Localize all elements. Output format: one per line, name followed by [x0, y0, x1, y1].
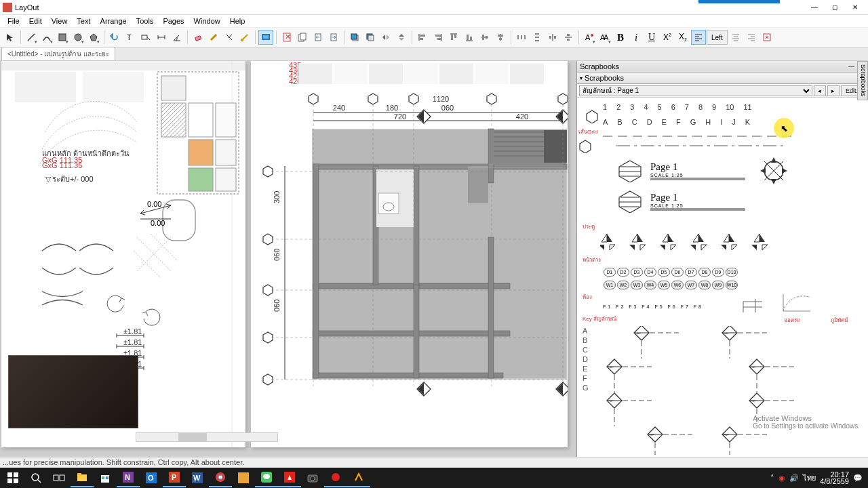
tray-volume-icon[interactable]: 🔊: [789, 474, 799, 483]
explorer-icon[interactable]: [71, 468, 94, 487]
select-tool[interactable]: [3, 30, 18, 45]
svg-marker-2: [90, 34, 97, 41]
dimension-tool[interactable]: [154, 30, 169, 45]
menu-view[interactable]: View: [47, 16, 73, 26]
sketchup-icon[interactable]: [278, 468, 301, 487]
polygon-tool[interactable]: [86, 30, 101, 45]
menu-edit[interactable]: Edit: [24, 16, 47, 26]
panel-header[interactable]: Scrapbooks —✕: [577, 61, 868, 73]
tray-up-icon[interactable]: ˄: [770, 474, 774, 483]
align-right-button[interactable]: [431, 30, 446, 45]
undo-button[interactable]: [107, 30, 122, 45]
nav-prev-button[interactable]: ◂: [814, 85, 826, 96]
toolbar-close-button[interactable]: [760, 30, 774, 45]
svg-marker-86: [309, 94, 318, 104]
store-icon[interactable]: [94, 468, 117, 487]
menu-arrange[interactable]: Arrange: [96, 16, 132, 26]
italic-button[interactable]: i: [629, 30, 644, 45]
word-icon[interactable]: W: [186, 468, 209, 487]
join-tool[interactable]: [237, 30, 252, 45]
svg-rect-122: [488, 237, 494, 378]
presentation-button[interactable]: [258, 30, 273, 45]
horizontal-scrollbar[interactable]: [136, 432, 278, 442]
close-button[interactable]: ✕: [845, 1, 865, 14]
duplicate-page-button[interactable]: [295, 30, 310, 45]
textalign-label[interactable]: Left: [707, 30, 728, 45]
record-icon[interactable]: [324, 468, 347, 487]
start-button[interactable]: [1, 468, 24, 487]
bring-front-button[interactable]: [347, 30, 362, 45]
text-tool[interactable]: T: [123, 30, 138, 45]
canvas[interactable]: แกนหลัก ด้านหน้าตึกตะวัน GxG 111.35 GxG …: [0, 61, 576, 462]
line-tool[interactable]: [24, 30, 39, 45]
onenote-icon[interactable]: N: [117, 468, 140, 487]
panel-min-icon[interactable]: —: [847, 63, 856, 70]
erase-tool[interactable]: [191, 30, 205, 45]
align-bottom-button[interactable]: [462, 30, 477, 45]
tray-network-icon[interactable]: ◉: [778, 474, 785, 483]
panel-section[interactable]: Scrapbooks ✕: [577, 73, 868, 84]
menu-window[interactable]: Window: [189, 16, 225, 26]
angle-dimension-tool[interactable]: [170, 30, 184, 45]
bold-button[interactable]: B: [613, 30, 628, 45]
nav-next-button[interactable]: ▸: [827, 85, 840, 96]
notification-icon[interactable]: 💬: [853, 474, 863, 483]
tray-lang[interactable]: ไทย: [803, 472, 816, 484]
flip-v-button[interactable]: [394, 30, 409, 45]
maximize-button[interactable]: ◻: [825, 1, 845, 14]
underline-button[interactable]: U: [644, 30, 659, 45]
superscript-button[interactable]: X2: [660, 30, 675, 45]
label-tool[interactable]: [138, 30, 153, 45]
flip-h-button[interactable]: [378, 30, 393, 45]
space-h-button[interactable]: [514, 30, 529, 45]
circle-tool[interactable]: [71, 30, 85, 45]
align-hcenter-button[interactable]: [493, 30, 508, 45]
textalign-right-button[interactable]: [744, 30, 759, 45]
svg-rect-62: [216, 168, 236, 191]
search-icon[interactable]: [24, 468, 47, 487]
split-tool[interactable]: [222, 30, 237, 45]
center-v-button[interactable]: [561, 30, 576, 45]
space-v-button[interactable]: [530, 30, 545, 45]
scrapbook-selector[interactable]: สัญลักษณ์ : Page 1: [579, 85, 812, 96]
menu-pages[interactable]: Pages: [158, 16, 189, 26]
prev-page-button[interactable]: [311, 30, 326, 45]
page-right[interactable]: 435430 425420: [251, 61, 568, 447]
arc-tool[interactable]: [39, 30, 54, 45]
app1-icon[interactable]: [232, 468, 255, 487]
side-tab-scrapbooks[interactable]: Scrapbooks: [857, 61, 868, 100]
align-left-button[interactable]: [415, 30, 430, 45]
menu-help[interactable]: Help: [225, 16, 250, 26]
center-h-button[interactable]: [545, 30, 560, 45]
menu-file[interactable]: File: [3, 16, 24, 26]
next-page-button[interactable]: [326, 30, 341, 45]
layout-icon[interactable]: [347, 468, 370, 487]
add-page-button[interactable]: ✕: [279, 30, 294, 45]
subscript-button[interactable]: X2: [675, 30, 690, 45]
textalign-left-icon[interactable]: [691, 30, 706, 45]
font-button[interactable]: A: [582, 30, 597, 45]
document-tab[interactable]: <Untitled> - แปลนรูปด้าน และระยะ: [1, 47, 115, 60]
scrapbook-content[interactable]: ⬉ เส้นGrid 1234567891011 ABCDEFGHIJK Pag…: [577, 98, 868, 462]
align-vcenter-button[interactable]: [477, 30, 492, 45]
send-back-button[interactable]: [363, 30, 378, 45]
camera-icon[interactable]: [301, 468, 324, 487]
clock[interactable]: 20:174/8/2559: [820, 471, 849, 485]
svg-text:0.00: 0.00: [151, 219, 165, 227]
outlook-icon[interactable]: O: [140, 468, 163, 487]
svg-rect-30: [470, 37, 472, 40]
taskview-icon[interactable]: [47, 468, 71, 487]
style-tool[interactable]: [206, 30, 221, 45]
chrome-icon[interactable]: [209, 468, 232, 487]
fontsize-button[interactable]: AA: [597, 30, 612, 45]
align-top-button[interactable]: [446, 30, 461, 45]
rectangle-tool[interactable]: [55, 30, 70, 45]
menu-text[interactable]: Text: [72, 16, 95, 26]
svg-rect-43: [567, 34, 570, 36]
line-icon[interactable]: [255, 468, 278, 487]
powerpoint-icon[interactable]: P: [163, 468, 186, 487]
svg-rect-56: [161, 103, 186, 137]
menu-tools[interactable]: Tools: [132, 16, 159, 26]
minimize-button[interactable]: —: [804, 1, 825, 14]
textalign-center-button[interactable]: [728, 30, 743, 45]
